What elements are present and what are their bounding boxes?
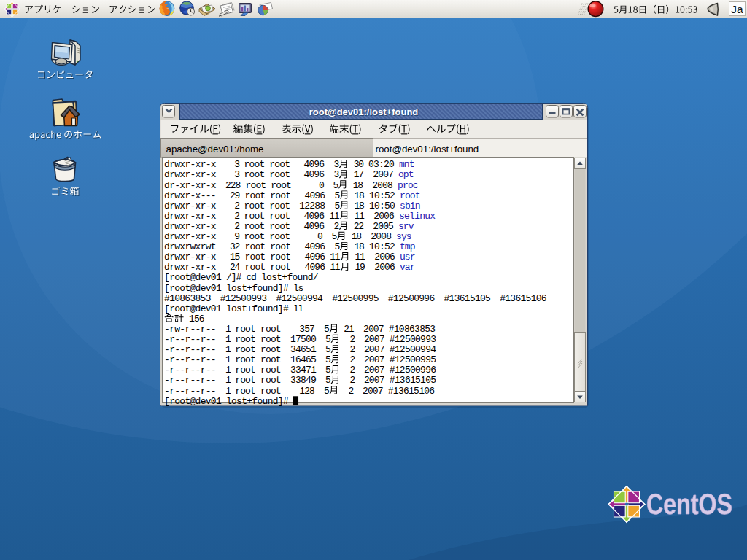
svg-text:128: 128 [299,386,314,397]
svg-text:#12500995: #12500995 [332,293,379,304]
svg-text:#13615105: #13615105 [390,375,436,386]
svg-text:2007: 2007 [364,334,385,345]
svg-text:2: 2 [349,375,355,386]
svg-text:3: 3 [234,159,240,170]
svg-text:[root@dev01: [root@dev01 [164,396,222,407]
svg-text:3: 3 [234,169,240,180]
svg-text:5: 5 [325,334,331,345]
svg-text:mnt: mnt [399,159,414,170]
svg-text:root: root [244,211,266,222]
svg-text:18: 18 [352,231,362,242]
svg-text:2: 2 [349,334,355,345]
svg-text:2: 2 [234,211,240,222]
svg-text:10:50: 10:50 [369,201,395,211]
svg-text:root: root [244,221,266,232]
svg-text:[root@dev01: [root@dev01 [164,272,222,283]
svg-text:root: root [400,190,421,201]
svg-text:4096: 4096 [303,221,325,232]
svg-text:tmp: tmp [400,241,415,252]
svg-text:root: root [245,241,266,252]
svg-text:2: 2 [349,354,355,365]
svg-text:11: 11 [355,211,365,222]
svg-text:16465: 16465 [290,354,317,365]
svg-text:root: root [245,190,266,201]
svg-text:cd: cd [247,272,257,283]
svg-text:9: 9 [234,231,240,242]
svg-text:18: 18 [355,201,365,211]
svg-text:4096: 4096 [304,241,325,252]
svg-text:2007: 2007 [373,169,394,180]
svg-text:lost+found/: lost+found/ [261,272,319,283]
svg-text:root: root [246,180,267,191]
svg-text:-r--r--r--: -r--r--r-- [164,365,217,376]
svg-text:10:52: 10:52 [369,241,395,252]
svg-text:5: 5 [334,190,340,201]
svg-text:5: 5 [325,365,331,376]
svg-text:2006: 2006 [374,252,395,262]
svg-text:5: 5 [325,375,331,386]
svg-text:5: 5 [324,324,330,335]
svg-text:drwxr-xr-x: drwxr-xr-x [164,159,217,170]
svg-text:5: 5 [333,180,338,191]
svg-text:drwxr-xr-x: drwxr-xr-x [164,262,217,273]
svg-text:root: root [235,324,256,335]
svg-text:root: root [271,180,292,191]
svg-text:2: 2 [349,365,355,376]
svg-text:root: root [244,169,266,180]
svg-text:1: 1 [225,354,231,365]
svg-text:root: root [235,334,256,345]
svg-text:#12500993: #12500993 [220,293,267,304]
svg-text:1: 1 [225,334,231,345]
svg-text:dr-xr-xr-x: dr-xr-xr-x [164,180,217,191]
svg-text:drwxr-xr-x: drwxr-xr-x [164,169,217,180]
svg-text:18: 18 [353,180,363,191]
svg-text:root: root [270,190,291,201]
svg-text:#13615106: #13615106 [500,293,546,304]
svg-text:root: root [244,231,266,242]
svg-text:32: 32 [230,241,240,252]
svg-text:11: 11 [355,252,365,262]
svg-text:root: root [260,386,282,397]
svg-text:drwxr-xr-x: drwxr-xr-x [164,211,217,222]
svg-text:2007: 2007 [364,354,385,365]
svg-text:#12500995: #12500995 [390,354,436,365]
svg-text:4096: 4096 [304,252,325,262]
svg-text:2007: 2007 [364,365,385,376]
svg-text:root: root [270,252,291,262]
svg-text:root: root [244,201,266,211]
svg-text:apache@dev01:/home: apache@dev01:/home [166,144,264,155]
svg-text:03:20: 03:20 [368,159,395,170]
svg-text:5: 5 [334,241,340,252]
svg-text:2007: 2007 [363,324,384,335]
svg-text:29: 29 [230,190,240,201]
svg-text:drwxr-xr-x: drwxr-xr-x [164,231,217,242]
svg-text:root: root [269,231,290,242]
svg-text:-r--r--r--: -r--r--r-- [164,375,217,386]
svg-text:4096: 4096 [303,169,325,180]
svg-text:19: 19 [355,262,365,273]
svg-text:root: root [269,201,290,211]
svg-text:17500: 17500 [290,334,317,345]
svg-text:#12500996: #12500996 [390,365,436,376]
svg-text:root: root [270,262,291,273]
svg-text:root: root [260,344,282,355]
svg-text:selinux: selinux [399,211,436,222]
svg-text:sys: sys [396,231,411,242]
svg-text:3: 3 [333,169,339,180]
svg-text:2: 2 [349,344,355,355]
svg-text:1: 1 [225,344,231,355]
svg-text:root: root [269,211,290,222]
svg-text:/]#: /]# [226,272,242,283]
svg-text:34651: 34651 [290,344,317,355]
svg-text:root: root [235,344,256,355]
svg-text:10:52: 10:52 [369,190,395,201]
svg-text:-r--r--r--: -r--r--r-- [164,386,217,397]
svg-text:#12500994: #12500994 [390,344,437,355]
svg-text:0: 0 [319,180,325,191]
svg-text:lost+found]#: lost+found]# [226,303,289,314]
svg-text:2007: 2007 [363,386,384,397]
svg-text:lost+found]#: lost+found]# [226,396,289,407]
svg-text:root: root [245,252,266,262]
svg-text:root: root [260,365,282,376]
svg-text:root: root [235,386,256,397]
